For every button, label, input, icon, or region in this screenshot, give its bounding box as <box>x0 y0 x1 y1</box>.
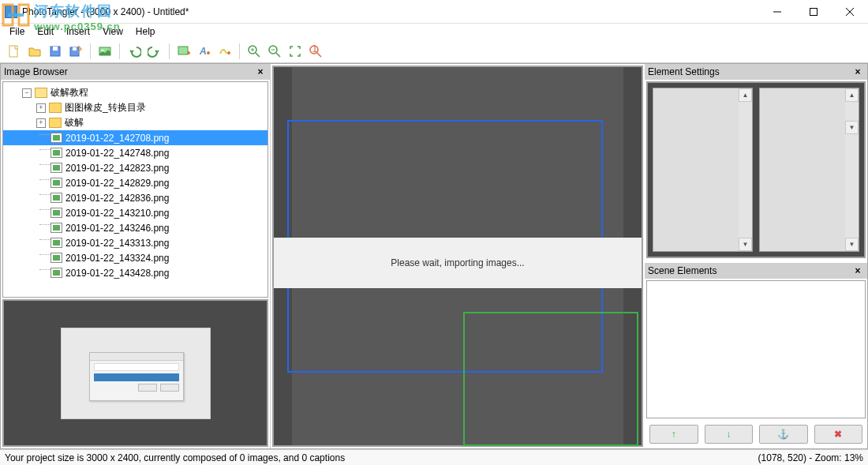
folder-icon <box>49 103 62 113</box>
menu-insert[interactable]: Insert <box>60 24 96 39</box>
image-file-icon <box>51 178 62 188</box>
minimize-button[interactable] <box>759 0 795 24</box>
settings-list-left[interactable]: ▲ ▼ <box>653 88 753 252</box>
scroll-up-icon[interactable]: ▲ <box>845 88 859 102</box>
tree-file[interactable]: 2019-01-22_142836.png <box>3 190 268 205</box>
image-file-icon <box>51 268 62 278</box>
image-browser-title: Image Browser <box>4 66 68 77</box>
zoom-actual-button[interactable]: 1 <box>306 42 325 61</box>
add-shape-button[interactable] <box>215 42 234 61</box>
image-file-icon <box>51 133 62 143</box>
collapse-icon[interactable]: − <box>22 88 32 98</box>
undo-button[interactable] <box>125 42 144 61</box>
window-title: PhotoTangler - (3000 x 2400) - Untitled* <box>22 6 759 17</box>
zoom-in-button[interactable] <box>245 42 264 61</box>
menubar: File Edit Insert View Help <box>0 24 868 39</box>
svg-line-14 <box>256 53 260 57</box>
move-up-button[interactable]: ↑ <box>649 425 698 444</box>
add-image-button[interactable] <box>174 42 193 61</box>
open-button[interactable] <box>25 42 44 61</box>
menu-help[interactable]: Help <box>129 24 162 39</box>
new-button[interactable] <box>5 42 24 61</box>
folder-icon <box>35 88 47 98</box>
scene-elements-title: Scene Elements <box>648 265 716 276</box>
tree-folder-child1[interactable]: + 图图橡皮_转换目录 <box>3 100 268 115</box>
image-file-icon <box>51 193 62 203</box>
image-browser-close[interactable]: × <box>254 66 267 77</box>
image-file-icon <box>51 208 62 218</box>
tree-file[interactable]: 2019-01-22_142823.png <box>3 160 268 175</box>
selection-green[interactable] <box>463 312 638 446</box>
add-text-button[interactable]: A <box>195 42 214 61</box>
export-button[interactable] <box>95 42 114 61</box>
image-file-icon <box>51 253 62 263</box>
tree-file[interactable]: 2019-01-22_143324.png <box>3 250 268 265</box>
scroll-down-icon[interactable]: ▼ <box>845 238 859 251</box>
menu-view[interactable]: View <box>96 24 129 39</box>
element-settings-body: ▲ ▼ ▲ ▼ ▼ <box>646 81 866 258</box>
titlebar: PhotoTangler - (3000 x 2400) - Untitled* <box>0 0 868 24</box>
image-file-icon <box>51 223 62 233</box>
menu-edit[interactable]: Edit <box>31 24 60 39</box>
tree-folder-root[interactable]: − 破解教程 <box>3 85 268 100</box>
svg-text:1: 1 <box>312 44 318 54</box>
maximize-button[interactable] <box>795 0 832 24</box>
settings-list-right[interactable]: ▲ ▼ ▼ <box>759 88 859 252</box>
svg-text:A: A <box>199 46 207 57</box>
svg-rect-6 <box>53 47 58 51</box>
element-settings-title: Element Settings <box>648 66 720 77</box>
tree-file[interactable]: 2019-01-22_143313.png <box>3 235 268 250</box>
folder-icon <box>49 118 62 128</box>
redo-button[interactable] <box>145 42 164 61</box>
image-browser-header: Image Browser × <box>1 64 270 80</box>
expand-icon[interactable]: + <box>36 103 46 113</box>
svg-line-21 <box>317 53 321 57</box>
svg-line-18 <box>276 53 280 57</box>
svg-rect-1 <box>810 8 817 15</box>
svg-rect-8 <box>73 47 77 51</box>
anchor-button[interactable]: ⚓ <box>759 425 808 444</box>
scroll-up-icon[interactable]: ▲ <box>739 88 752 102</box>
image-browser-tree[interactable]: − 破解教程 + 图图橡皮_转换目录 + 破解 2019-01-22_14270… <box>2 81 268 298</box>
image-file-icon <box>51 238 62 248</box>
scene-elements-header: Scene Elements × <box>645 263 867 279</box>
tree-file[interactable]: 2019-01-22_142708.png <box>3 130 268 145</box>
scroll-down-icon[interactable]: ▼ <box>845 121 859 134</box>
import-banner: Please wait, importing images... <box>274 238 642 288</box>
close-button[interactable] <box>832 0 868 24</box>
tree-file[interactable]: 2019-01-22_143246.png <box>3 220 268 235</box>
canvas[interactable]: Please wait, importing images... <box>272 66 643 447</box>
zoom-fit-button[interactable] <box>286 42 305 61</box>
statusbar: Your project size is 3000 x 2400, curren… <box>0 449 868 465</box>
tree-file[interactable]: 2019-01-22_142748.png <box>3 145 268 160</box>
app-icon <box>5 6 17 18</box>
scene-elements-close[interactable]: × <box>851 265 864 276</box>
element-settings-header: Element Settings × <box>645 64 867 80</box>
tree-file[interactable]: 2019-01-22_142829.png <box>3 175 268 190</box>
svg-rect-4 <box>9 46 17 57</box>
import-message: Please wait, importing images... <box>391 257 524 268</box>
menu-file[interactable]: File <box>3 24 31 39</box>
expand-icon[interactable]: + <box>36 118 46 128</box>
zoom-out-button[interactable] <box>265 42 284 61</box>
preview-thumbnail <box>61 328 211 419</box>
image-file-icon <box>51 148 62 158</box>
preview-panel <box>2 299 268 447</box>
image-file-icon <box>51 163 62 173</box>
svg-rect-11 <box>178 47 188 54</box>
tree-file[interactable]: 2019-01-22_143210.png <box>3 205 268 220</box>
move-down-button[interactable]: ↓ <box>705 425 754 444</box>
status-right: (1078, 520) - Zoom: 13% <box>758 452 863 463</box>
tree-file[interactable]: 2019-01-22_143428.png <box>3 265 268 280</box>
tree-folder-child2[interactable]: + 破解 <box>3 115 268 130</box>
element-settings-close[interactable]: × <box>851 66 864 77</box>
delete-button[interactable]: ✖ <box>814 425 863 444</box>
saveas-button[interactable] <box>66 42 85 61</box>
scene-elements-buttons: ↑ ↓ ⚓ ✖ <box>645 420 867 448</box>
scene-elements-list[interactable] <box>646 280 866 418</box>
save-button[interactable] <box>46 42 65 61</box>
status-left: Your project size is 3000 x 2400, curren… <box>5 452 345 463</box>
toolbar: A 1 <box>0 39 868 63</box>
scroll-down-icon[interactable]: ▼ <box>739 238 752 251</box>
